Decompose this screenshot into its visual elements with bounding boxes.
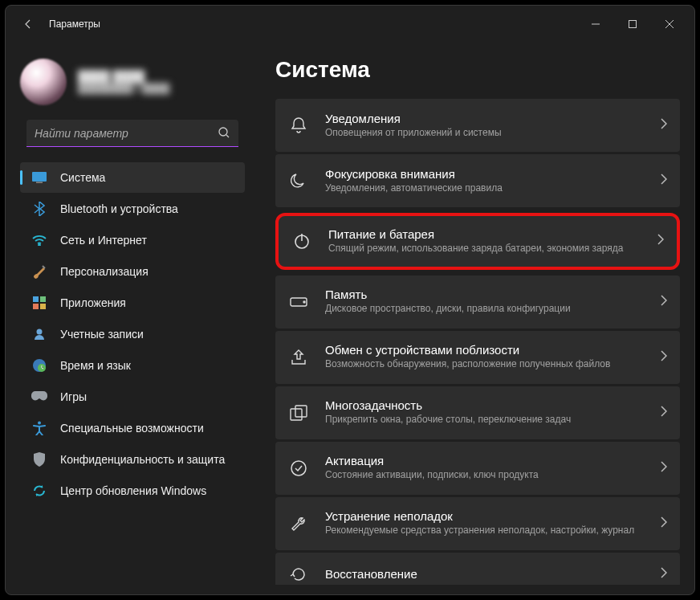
- chevron-right-icon: [661, 295, 667, 309]
- globe-clock-icon: [31, 357, 47, 373]
- nav-item-time-language[interactable]: Время и язык: [20, 350, 245, 381]
- card-title: Уведомления: [325, 112, 661, 125]
- storage-icon: [288, 292, 309, 312]
- avatar: [20, 59, 67, 105]
- svg-point-9: [37, 329, 43, 335]
- search-box[interactable]: [26, 120, 238, 147]
- card-subtitle: Возможность обнаружения, расположение по…: [325, 358, 661, 371]
- nav-label: Система: [60, 171, 105, 184]
- nav-item-bluetooth[interactable]: Bluetooth и устройства: [20, 194, 245, 224]
- chevron-right-icon: [661, 118, 667, 133]
- card-nearby-sharing[interactable]: Обмен с устройствами поблизости Возможно…: [275, 331, 680, 384]
- card-activation[interactable]: Активация Состояние активации, подписки,…: [275, 442, 680, 495]
- card-subtitle: Спящий режим, использование заряда батар…: [328, 243, 657, 255]
- svg-rect-6: [40, 296, 46, 302]
- card-notifications[interactable]: Уведомления Оповещения от приложений и с…: [275, 99, 680, 152]
- nav-item-gaming[interactable]: Игры: [20, 382, 245, 412]
- svg-rect-17: [295, 406, 307, 417]
- nav-item-accessibility[interactable]: Специальные возможности: [20, 413, 245, 443]
- nav-label: Специальные возможности: [60, 422, 204, 435]
- svg-rect-7: [33, 304, 39, 309]
- card-subtitle: Рекомендуемые средства устранения непола…: [325, 524, 661, 537]
- svg-point-4: [39, 244, 40, 246]
- settings-list: Уведомления Оповещения от приложений и с…: [275, 99, 680, 585]
- card-title: Активация: [325, 454, 661, 467]
- nav-item-system[interactable]: Система: [20, 162, 245, 193]
- nav-item-privacy[interactable]: Конфиденциальность и защита: [20, 444, 245, 475]
- card-troubleshoot[interactable]: Устранение неполадок Рекомендуемые средс…: [275, 497, 680, 550]
- svg-point-1: [219, 128, 227, 136]
- page-title: Система: [275, 57, 680, 83]
- multitask-icon: [288, 402, 309, 423]
- profile-email: ████████@████: [78, 83, 169, 94]
- window-controls: [577, 12, 688, 36]
- chevron-right-icon: [661, 173, 667, 188]
- svg-rect-3: [36, 182, 43, 184]
- nav-label: Bluetooth и устройства: [60, 202, 178, 215]
- card-title: Обмен с устройствами поблизости: [325, 343, 661, 357]
- nav-item-accounts[interactable]: Учетные записи: [20, 319, 245, 349]
- close-button[interactable]: [651, 12, 688, 36]
- nav-label: Персонализация: [60, 265, 149, 278]
- nav-label: Центр обновления Windows: [60, 484, 206, 497]
- nav-item-apps[interactable]: Приложения: [20, 288, 245, 318]
- profile-name: ████ ████: [78, 70, 169, 83]
- accessibility-icon: [31, 420, 47, 436]
- power-icon: [291, 231, 312, 251]
- card-subtitle: Состояние активации, подписки, ключ прод…: [325, 469, 661, 482]
- svg-point-12: [38, 422, 41, 425]
- card-title: Фокусировка внимания: [325, 167, 661, 181]
- check-circle-icon: [288, 458, 309, 479]
- back-button[interactable]: [12, 8, 44, 40]
- settings-window: Параметры ████ ████ ████████@████: [5, 5, 695, 595]
- recovery-icon: [288, 564, 309, 585]
- search-input[interactable]: [26, 120, 238, 147]
- card-title: Восстановление: [325, 567, 661, 581]
- nav-label: Приложения: [60, 296, 126, 309]
- card-focus-assist[interactable]: Фокусировка внимания Уведомления, автома…: [275, 154, 680, 207]
- card-subtitle: Прикрепить окна, рабочие столы, переключ…: [325, 414, 661, 427]
- window-title: Параметры: [49, 18, 100, 30]
- card-title: Многозадачность: [325, 398, 661, 412]
- chevron-right-icon: [661, 406, 667, 420]
- nav-item-personalization[interactable]: Персонализация: [20, 256, 245, 287]
- search-icon: [218, 126, 230, 142]
- shield-icon: [31, 451, 47, 467]
- sidebar: ████ ████ ████████@████ Система: [6, 43, 254, 594]
- person-icon: [31, 326, 47, 342]
- card-multitasking[interactable]: Многозадачность Прикрепить окна, рабочие…: [275, 386, 680, 439]
- card-subtitle: Оповещения от приложений и системы: [325, 127, 661, 140]
- nav-item-windows-update[interactable]: Центр обновления Windows: [20, 476, 245, 506]
- svg-point-18: [291, 461, 306, 476]
- chevron-right-icon: [657, 234, 664, 248]
- bluetooth-icon: [31, 201, 47, 217]
- maximize-button[interactable]: [614, 12, 651, 36]
- update-icon: [31, 483, 47, 499]
- nav-label: Сеть и Интернет: [60, 234, 147, 247]
- nav-item-network[interactable]: Сеть и Интернет: [20, 225, 245, 255]
- brush-icon: [31, 263, 47, 280]
- profile[interactable]: ████ ████ ████████@████: [14, 51, 251, 120]
- svg-rect-16: [291, 409, 302, 420]
- chevron-right-icon: [661, 461, 667, 476]
- chevron-right-icon: [661, 516, 667, 531]
- minimize-button[interactable]: [577, 12, 614, 36]
- chevron-right-icon: [661, 350, 667, 365]
- nav-list: Система Bluetooth и устройства Сеть и Ин…: [14, 161, 251, 586]
- chevron-right-icon: [661, 567, 667, 582]
- svg-rect-8: [40, 304, 46, 309]
- svg-rect-5: [33, 296, 39, 302]
- card-title: Питание и батарея: [328, 227, 657, 241]
- card-recovery[interactable]: Восстановление: [275, 553, 680, 585]
- moon-icon: [288, 170, 309, 191]
- nav-label: Учетные записи: [60, 328, 144, 341]
- card-storage[interactable]: Память Дисковое пространство, диски, пра…: [275, 276, 680, 329]
- card-subtitle: Дисковое пространство, диски, правила ко…: [325, 303, 661, 316]
- card-power-battery[interactable]: Питание и батарея Спящий режим, использо…: [275, 213, 680, 270]
- card-title: Память: [325, 288, 661, 301]
- svg-rect-2: [32, 172, 47, 182]
- svg-point-15: [303, 301, 305, 303]
- titlebar: Параметры: [6, 6, 694, 43]
- bell-icon: [288, 115, 309, 136]
- card-subtitle: Уведомления, автоматические правила: [325, 182, 661, 195]
